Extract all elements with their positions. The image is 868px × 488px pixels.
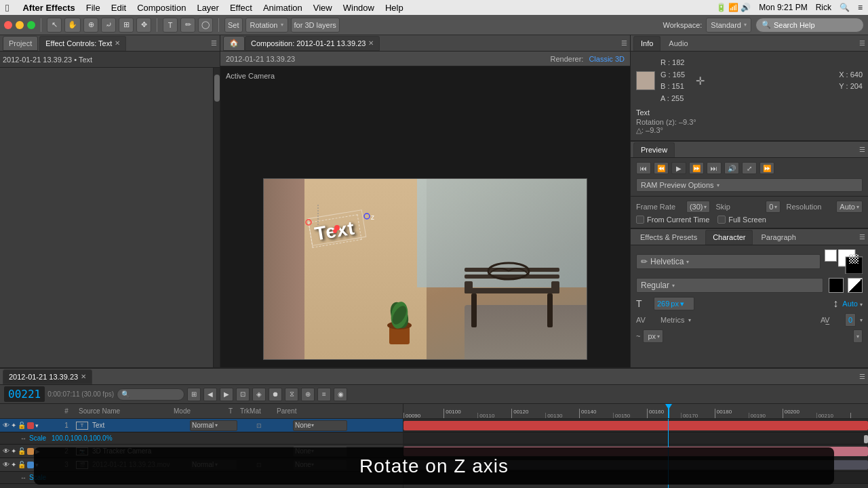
layer-row-1[interactable]: 👁 ✦ 🔓 ▾ 1 T Text Normal ▾ ⊡ No xyxy=(0,419,403,432)
eye-icon-1[interactable]: 👁 xyxy=(3,422,9,429)
menu-extra-icon[interactable]: ≡ xyxy=(858,3,863,12)
threed-layers[interactable]: for 3D layers xyxy=(291,18,340,33)
solo-icon-2[interactable]: ✦ xyxy=(11,447,16,455)
fast-forward-btn[interactable]: ⏩ xyxy=(760,162,774,174)
rotation-dropdown[interactable]: Rotation ▾ xyxy=(245,18,288,33)
spotlight-icon[interactable]: 🔍 xyxy=(840,3,850,12)
preview-menu-icon[interactable]: ☰ xyxy=(859,146,865,153)
panel-menu-icon[interactable]: ☰ xyxy=(211,39,217,47)
font-size-field[interactable]: 269 px ▾ xyxy=(654,297,694,310)
menu-layer[interactable]: Layer xyxy=(197,3,219,13)
play-btn[interactable]: ▶ xyxy=(671,162,686,174)
scroll-thumb[interactable] xyxy=(214,75,220,102)
tab-paragraph[interactable]: Paragraph xyxy=(754,230,802,245)
char-panel-menu[interactable]: ☰ xyxy=(859,233,865,241)
solo-icon-1[interactable]: ✦ xyxy=(11,422,16,429)
gradient-swatch[interactable] xyxy=(848,278,863,293)
tl-btn-2[interactable]: ◀ xyxy=(203,388,217,401)
preview-options-dropdown[interactable]: RAM Preview Options ▾ xyxy=(636,178,863,192)
skip-to-end-btn[interactable]: ⏭ xyxy=(707,162,722,174)
pen-tool[interactable]: ✏ xyxy=(180,18,195,33)
camera-tool[interactable]: ⊞ xyxy=(119,18,134,33)
tl-btn-3[interactable]: ▶ xyxy=(220,388,233,401)
step-forward-btn[interactable]: ⏩ xyxy=(689,162,704,174)
menu-animation[interactable]: Animation xyxy=(263,3,302,13)
comp-preview[interactable]: Text z xyxy=(263,178,587,360)
style-dropdown[interactable]: Regular ▾ xyxy=(636,278,823,293)
tab-preview[interactable]: Preview xyxy=(633,142,675,157)
leading-field[interactable]: Auto ▾ xyxy=(842,300,863,308)
comp-tab-home[interactable]: 🏠 xyxy=(223,36,245,51)
hand-tool[interactable]: ✋ xyxy=(64,18,81,33)
skip-to-start-btn[interactable]: ⏮ xyxy=(636,162,651,174)
workspace-dropdown[interactable]: Standard ▾ xyxy=(706,18,751,33)
lock-icon-3[interactable]: 🔓 xyxy=(18,461,26,468)
timeline-tab-close[interactable]: ✕ xyxy=(81,373,86,380)
menu-window[interactable]: Window xyxy=(343,3,374,13)
zoom-tool[interactable]: ⊕ xyxy=(83,18,98,33)
tab-audio[interactable]: Audio xyxy=(662,36,694,51)
fill-color-box[interactable] xyxy=(825,249,837,262)
info-panel-menu[interactable]: ☰ xyxy=(859,39,865,47)
tl-btn-8[interactable]: ⊕ xyxy=(301,388,315,401)
tab-effect-controls[interactable]: Effect Controls: Text ✕ xyxy=(39,36,126,51)
stroke-extra-field[interactable]: ▾ xyxy=(853,329,863,343)
select-tool[interactable]: ↖ xyxy=(47,18,62,33)
menu-composition[interactable]: Composition xyxy=(137,3,186,13)
frame-rate-field[interactable]: (30) ▾ xyxy=(686,201,711,213)
menu-file[interactable]: File xyxy=(86,3,100,13)
stroke-field[interactable]: px ▾ xyxy=(643,329,663,343)
search-help-box[interactable]: 🔍 Search Help xyxy=(755,18,864,33)
menu-edit[interactable]: Edit xyxy=(111,3,126,13)
comp-close-icon[interactable]: ✕ xyxy=(368,39,374,47)
layer-mode-1[interactable]: Normal ▾ xyxy=(190,420,237,431)
timeline-menu-icon[interactable]: ☰ xyxy=(859,373,865,380)
font-dropdown[interactable]: ✏ Helvetica ▾ xyxy=(636,254,821,269)
tl-btn-1[interactable]: ⊞ xyxy=(187,388,201,401)
audio-btn[interactable]: 🔊 xyxy=(724,162,739,174)
tab-project[interactable]: Project xyxy=(3,36,38,51)
tl-btn-9[interactable]: ≡ xyxy=(317,388,331,401)
resolution-field[interactable]: Auto ▾ xyxy=(836,201,863,213)
tab-info[interactable]: Info xyxy=(633,36,660,51)
black-swatch[interactable] xyxy=(829,278,844,293)
close-button[interactable] xyxy=(4,21,12,29)
lock-icon-2[interactable]: 🔓 xyxy=(18,447,26,455)
pan-tool[interactable]: ✥ xyxy=(136,18,151,33)
eye-icon-2[interactable]: 👁 xyxy=(3,447,9,455)
tl-btn-6[interactable]: ⏺ xyxy=(269,388,282,401)
set-button[interactable]: Set xyxy=(224,18,243,33)
menu-view[interactable]: View xyxy=(313,3,332,13)
tl-btn-7[interactable]: ⧖ xyxy=(285,388,298,401)
from-current-checkbox[interactable] xyxy=(636,216,644,224)
keyframe-marker[interactable] xyxy=(864,435,868,443)
full-screen-checkbox[interactable] xyxy=(717,216,726,224)
full-screen-item[interactable]: Full Screen xyxy=(717,216,766,224)
stroke-color-box[interactable] xyxy=(838,249,863,274)
step-back-btn[interactable]: ⏪ xyxy=(654,162,669,174)
loop-btn[interactable]: ⤢ xyxy=(742,162,757,174)
tab-effects-presets[interactable]: Effects & Presets xyxy=(633,230,704,245)
track-bar-1[interactable] xyxy=(403,421,868,430)
maximize-button[interactable] xyxy=(27,21,35,29)
expand-icon-1[interactable]: ▾ xyxy=(35,422,39,429)
tl-btn-5[interactable]: ◈ xyxy=(252,388,266,401)
shape-tool[interactable]: ◯ xyxy=(198,18,213,33)
app-name[interactable]: After Effects xyxy=(22,3,75,13)
timeline-tab-main[interactable]: 2012-01-21 13.39.23 ✕ xyxy=(3,369,92,384)
layer-parent-1[interactable]: None ▾ xyxy=(293,420,347,431)
tl-btn-4[interactable]: ⊡ xyxy=(236,388,250,401)
close-icon[interactable]: ✕ xyxy=(115,39,120,47)
tab-character[interactable]: Character xyxy=(705,230,753,245)
ruler-playhead[interactable] xyxy=(668,404,669,418)
timeline-search[interactable]: 🔍 xyxy=(117,388,184,401)
apple-menu[interactable]:  xyxy=(5,2,9,14)
minimize-button[interactable] xyxy=(16,21,24,29)
skip-field[interactable]: 0 ▾ xyxy=(766,201,781,213)
solo-icon-3[interactable]: ✦ xyxy=(11,461,16,468)
tl-btn-10[interactable]: ◉ xyxy=(334,388,347,401)
menu-help[interactable]: Help xyxy=(385,3,403,13)
eye-icon-3[interactable]: 👁 xyxy=(3,461,9,468)
comp-menu-icon[interactable]: ☰ xyxy=(621,39,627,47)
rotate-tool[interactable]: ⤾ xyxy=(101,18,116,33)
